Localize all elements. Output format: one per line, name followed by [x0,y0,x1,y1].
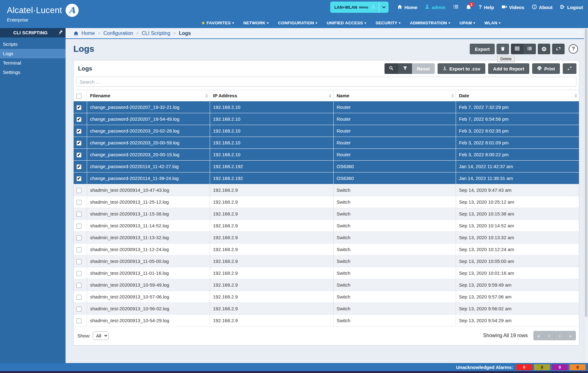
about-link[interactable]: About [532,4,552,10]
pager-prev[interactable]: ‹ [544,331,555,340]
table-row[interactable]: change_password-20220203_20-00-59.log 19… [74,137,579,149]
row-checkbox[interactable] [76,235,81,240]
table-row[interactable]: shadmin_test-20200913_11-05-00.log 192.1… [74,255,579,267]
row-checkbox[interactable] [76,200,81,205]
table-row[interactable]: change_password-20220203_20-00-15.log 19… [74,149,579,161]
search-toggle-button[interactable] [385,63,398,74]
cell-name: Switch [333,279,456,291]
logout-link[interactable]: Logout [560,4,583,10]
table-row[interactable]: shadmin_test-20200913_11-15-38.log 192.1… [74,208,579,220]
export-button[interactable]: Export [470,44,495,54]
breadcrumb-link-home[interactable]: Home [81,31,95,36]
table-row[interactable]: shadmin_test-20200913_11-12-24.log 192.1… [74,244,579,255]
alarm-badge-3[interactable]: 0 [552,364,568,370]
row-checkbox[interactable] [76,318,81,323]
row-checkbox[interactable] [76,283,81,288]
sidebar-item-logs[interactable]: Logs [0,49,66,58]
nav-item-configuration[interactable]: CONFIGURATION ▾ [278,21,317,25]
table-row[interactable]: shadmin_test-20200913_11-14-52.log 192.1… [74,220,579,232]
grid-view-button[interactable] [511,44,523,54]
pager-last[interactable]: » [565,331,576,340]
row-checkbox[interactable] [76,307,81,312]
print-button[interactable]: Print [532,63,560,74]
column-header-filename[interactable]: Filename [87,90,210,101]
refresh-button[interactable] [552,44,565,54]
row-checkbox[interactable] [76,141,81,146]
row-checkbox[interactable] [76,224,81,229]
table-row[interactable]: shadmin_test-20200913_11-25-12.log 192.1… [74,196,579,208]
list-view-button[interactable] [523,44,536,54]
breadcrumb-link-configuration[interactable]: Configuration [103,31,133,36]
cell-name: Switch [333,315,456,327]
column-header-ip-address[interactable]: IP Address [210,90,333,101]
nav-item-favorites[interactable]: ★ FAVORITES ▾ [201,21,234,25]
admin-user-link[interactable]: admin [425,4,445,10]
alarm-badge-2[interactable]: 0 [534,364,550,370]
table-row[interactable]: shadmin_test-20200913_10-54-29.log 192.1… [74,315,579,327]
table-row[interactable]: shadmin_test-20200914_10-47-43.log 192.1… [74,184,579,196]
table-row[interactable]: shadmin_test-20200913_10-57-06.log 192.1… [74,291,579,303]
sidebar-item-terminal[interactable]: Terminal [0,58,66,68]
table-row[interactable]: shadmin_test-20200913_11-13-32.log 192.1… [74,232,579,244]
sidebar-item-scripts[interactable]: Scripts [0,40,66,49]
settings-button[interactable]: ⚙ [538,44,550,54]
table-row[interactable]: change_password-20220203_20-02-28.log 19… [74,125,579,137]
column-header-date[interactable]: Date [456,90,579,101]
row-checkbox[interactable] [76,295,81,300]
row-checkbox[interactable] [76,271,81,276]
nav-item-upam[interactable]: UPAM ▾ [459,21,475,25]
table-row[interactable]: change_password-20220114_11-39-24.log 19… [74,172,579,184]
pager-next[interactable]: › [555,331,565,340]
row-checkbox[interactable] [76,117,81,122]
row-checkbox[interactable] [76,212,81,217]
lan-wlan-menu-button[interactable]: LAN+WLAN menu [330,2,389,13]
table-row[interactable]: change_password-20220114_11-42-27.log 19… [74,161,579,172]
table-row[interactable]: shadmin_test-20200913_11-01-16.log 192.1… [74,267,579,279]
scrollbar[interactable] [584,28,588,363]
task-list-button[interactable] [453,4,458,10]
table-row[interactable]: shadmin_test-20200913_10-56-02.log 192.1… [74,303,579,315]
nav-item-security[interactable]: SECURITY ▾ [375,21,400,25]
table-row[interactable]: change_password-20220207_18-54-49.log 19… [74,113,579,125]
videos-link[interactable]: Videos [502,5,524,10]
breadcrumb-home-icon[interactable] [73,31,79,36]
pager-first[interactable]: « [533,331,544,340]
table-row[interactable]: shadmin_test-20200913_10-59-49.log 192.1… [74,279,579,291]
row-checkbox[interactable] [76,105,81,110]
search-input[interactable] [76,77,576,87]
nav-item-wlan[interactable]: WLAN ▾ [484,21,501,25]
filter-button[interactable] [398,63,412,74]
row-checkbox[interactable] [76,153,81,157]
reset-button[interactable]: Reset [412,63,435,74]
home-link[interactable]: Home [397,4,418,10]
scrollbar-thumb[interactable] [585,29,587,317]
table-row[interactable]: change_password-20220207_19-32-21.log 19… [74,101,579,113]
row-checkbox[interactable] [76,176,81,181]
row-checkbox[interactable] [76,129,81,134]
expand-button[interactable] [563,63,576,74]
row-checkbox[interactable] [76,188,81,193]
brand-logo[interactable]: Alcatel·Lucent A Enterprise [7,4,79,22]
caret-down-icon: ▾ [448,21,450,25]
alarm-badge-1[interactable]: 0 [516,364,532,370]
row-checkbox-cell [74,255,87,267]
column-header-name[interactable]: Name [333,90,456,101]
row-checkbox[interactable] [76,164,81,169]
row-checkbox[interactable] [76,247,81,252]
nav-item-unified-access[interactable]: UNIFIED ACCESS ▾ [327,21,366,25]
row-checkbox[interactable] [76,259,81,264]
sidebar-item-settings[interactable]: Settings [0,68,66,77]
help-link[interactable]: ? Help [479,4,494,10]
logs-panel: Logs Reset Ex [73,60,579,346]
alarm-badge-4[interactable]: 0 [570,364,586,370]
breadcrumb-link-cli-scripting[interactable]: CLI Scripting [142,31,170,36]
add-to-report-button[interactable]: Add to Report [488,63,529,74]
show-select[interactable]: All [93,332,109,340]
export-csv-button[interactable]: Export to .csv [438,63,485,74]
select-all-checkbox[interactable] [76,94,81,99]
notifications-button[interactable]: 1 [466,4,471,11]
help-button[interactable]: ? [569,44,578,54]
nav-item-network[interactable]: NETWORK ▾ [243,21,268,25]
nav-item-administration[interactable]: ADMINISTRATION ▾ [410,21,450,25]
delete-button[interactable] [497,44,509,54]
